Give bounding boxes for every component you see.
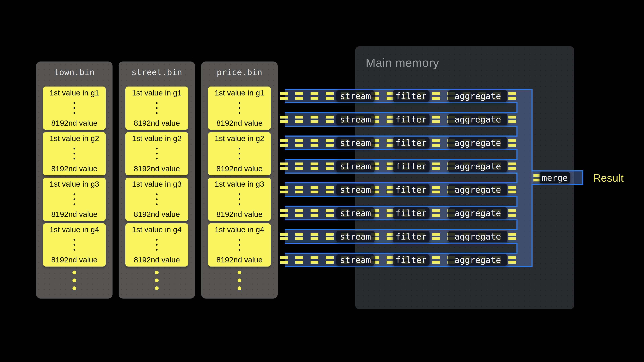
aggregate-operator-chip: aggregate bbox=[448, 161, 507, 172]
filter-operator-chip: filter bbox=[393, 184, 430, 195]
pipeline-lane: stream filter aggregate bbox=[280, 112, 516, 127]
stream-operator-chip: stream bbox=[336, 90, 374, 102]
pipeline-lane: stream filter aggregate bbox=[280, 206, 516, 220]
pipeline-lane: stream filter aggregate bbox=[280, 229, 516, 244]
result-label: Result bbox=[593, 171, 624, 184]
aggregate-operator-chip: aggregate bbox=[448, 254, 507, 266]
filter-operator-chip: filter bbox=[393, 254, 430, 266]
stream-operator-chip: stream bbox=[336, 231, 374, 242]
aggregate-operator-chip: aggregate bbox=[448, 231, 507, 242]
merge-operator-chip: merge bbox=[540, 172, 570, 183]
diagram-canvas: town.bin 1st value in g1 8192nd value 1s… bbox=[0, 0, 644, 362]
aggregate-operator-chip: aggregate bbox=[448, 137, 507, 149]
aggregate-operator-chip: aggregate bbox=[448, 207, 507, 219]
pipeline-lane: stream filter aggregate bbox=[280, 89, 516, 103]
filter-operator-chip: filter bbox=[393, 114, 430, 125]
aggregate-operator-chip: aggregate bbox=[448, 90, 507, 102]
stream-operator-chip: stream bbox=[336, 161, 374, 172]
stream-operator-chip: stream bbox=[336, 184, 374, 195]
pipeline-lane: stream filter aggregate bbox=[280, 253, 516, 267]
pipeline-lane: stream filter aggregate bbox=[280, 159, 516, 174]
filter-operator-chip: filter bbox=[393, 231, 430, 242]
aggregate-operator-chip: aggregate bbox=[448, 184, 507, 195]
filter-operator-chip: filter bbox=[393, 207, 430, 219]
filter-operator-chip: filter bbox=[393, 90, 430, 102]
pipeline-lane: stream filter aggregate bbox=[280, 135, 516, 150]
aggregate-operator-chip: aggregate bbox=[448, 114, 507, 125]
stream-operator-chip: stream bbox=[336, 137, 374, 149]
pipeline-lane: stream filter aggregate bbox=[280, 182, 516, 197]
filter-operator-chip: filter bbox=[393, 137, 430, 149]
stream-operator-chip: stream bbox=[336, 254, 374, 266]
stream-operator-chip: stream bbox=[336, 207, 374, 219]
stream-operator-chip: stream bbox=[336, 114, 374, 125]
filter-operator-chip: filter bbox=[393, 161, 430, 172]
